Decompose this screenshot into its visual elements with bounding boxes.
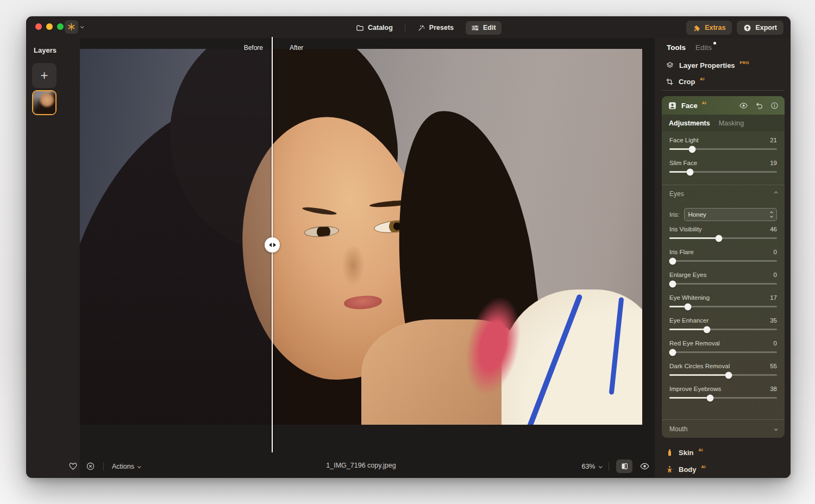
tab-tools[interactable]: Tools xyxy=(667,43,686,52)
handle-left-arrow-icon xyxy=(269,243,272,247)
panel-divider xyxy=(662,90,785,91)
slider-value: 35 xyxy=(770,317,777,324)
body-person-icon xyxy=(666,465,674,474)
mouth-section-header[interactable]: Mouth xyxy=(662,419,785,438)
slider-fill xyxy=(669,237,719,239)
slider-thumb[interactable] xyxy=(707,394,714,401)
tool-body[interactable]: Body AI xyxy=(666,465,706,474)
tool-layer-properties[interactable]: Layer Properties PRO xyxy=(666,61,749,70)
slider-thumb[interactable] xyxy=(669,349,676,356)
slider-row: Iris Visibility 46 xyxy=(669,226,777,249)
preview-eye-icon[interactable] xyxy=(640,461,650,471)
filename-label: 1_IMG_7196 copy.jpeg xyxy=(80,462,642,469)
slider-row: Face Light 21 xyxy=(669,137,777,160)
tool-crop[interactable]: Crop AI xyxy=(666,78,705,86)
crop-label: Crop xyxy=(679,78,695,86)
slider-label: Improve Eyebrows xyxy=(669,386,721,392)
slider-label: Iris Flare xyxy=(669,249,694,255)
tab-catalog[interactable]: Catalog xyxy=(350,21,398,35)
tab-presets[interactable]: Presets xyxy=(412,21,459,35)
slider-track[interactable] xyxy=(669,374,777,376)
slider-thumb[interactable] xyxy=(725,371,732,379)
tab-masking[interactable]: Masking xyxy=(719,119,744,127)
after-label: After xyxy=(290,44,303,52)
slider-track[interactable] xyxy=(669,171,777,173)
app-logo-icon xyxy=(67,22,76,32)
photo-nose-shadow xyxy=(342,244,364,286)
eyes-section-header[interactable]: Eyes xyxy=(662,185,785,202)
slider-track[interactable] xyxy=(669,283,777,285)
fullscreen-window-button[interactable] xyxy=(57,23,64,30)
slider-value: 19 xyxy=(770,160,777,166)
tool-skin[interactable]: Skin AI xyxy=(666,449,703,457)
slider-track[interactable] xyxy=(669,260,777,262)
split-view-icon xyxy=(620,462,629,471)
slider-thumb[interactable] xyxy=(684,303,691,310)
layer-thumbnail[interactable] xyxy=(32,90,57,115)
reset-undo-icon[interactable] xyxy=(755,102,763,110)
slider-thumb[interactable] xyxy=(686,168,693,175)
slider-thumb[interactable] xyxy=(669,280,676,287)
slider-label: Face Light xyxy=(669,137,699,143)
app-menu-button[interactable] xyxy=(65,20,78,34)
export-button[interactable]: Export xyxy=(737,21,783,35)
iris-label: Iris: xyxy=(669,211,680,218)
slider-value: 21 xyxy=(770,137,777,143)
minimize-window-button[interactable] xyxy=(46,23,53,30)
slider-thumb[interactable] xyxy=(704,326,711,333)
add-layer-button[interactable]: + xyxy=(32,63,57,88)
iris-selected-value: Honey xyxy=(688,211,706,218)
zoom-level-dropdown[interactable]: 63% xyxy=(581,463,601,470)
photo-canvas[interactable] xyxy=(80,49,642,425)
slider-value: 0 xyxy=(774,272,777,278)
select-stepper-icon xyxy=(770,212,773,217)
tab-edits[interactable]: Edits xyxy=(695,43,712,52)
favorite-heart-icon[interactable] xyxy=(68,462,78,471)
layers-panel-title: Layers xyxy=(34,46,57,54)
compare-view-button[interactable] xyxy=(616,459,632,473)
app-menu-chevron-icon[interactable] xyxy=(80,24,84,28)
slider-value: 17 xyxy=(770,294,777,301)
visibility-eye-icon[interactable] xyxy=(739,101,748,110)
slider-row: Slim Face 19 xyxy=(669,160,777,182)
slider-row: Red Eye Removal 0 xyxy=(669,340,777,363)
export-label: Export xyxy=(755,24,777,32)
app-window: Catalog Presets Edit xyxy=(26,16,791,478)
tab-separator xyxy=(405,24,405,32)
compare-divider-handle[interactable] xyxy=(265,237,280,253)
slider-thumb[interactable] xyxy=(716,235,723,242)
tab-catalog-label: Catalog xyxy=(368,24,393,32)
close-window-button[interactable] xyxy=(35,23,42,30)
slider-track[interactable] xyxy=(669,306,777,307)
handle-right-arrow-icon xyxy=(273,243,276,247)
collapse-chevron-icon xyxy=(774,192,778,195)
slider-row: Eye Enhancer 35 xyxy=(669,317,777,340)
extras-label: Extras xyxy=(705,24,725,32)
face-panel-header[interactable]: Face AI xyxy=(662,96,785,115)
slider-value: 46 xyxy=(770,226,777,232)
slider-label: Iris Visibility xyxy=(669,226,702,232)
iris-select[interactable]: Honey xyxy=(684,208,777,221)
eyes-sliders-group: Iris Visibility 46 Iris Flare 0 Enlarge … xyxy=(669,226,777,408)
puzzle-icon xyxy=(693,24,701,32)
layer-properties-label: Layer Properties xyxy=(679,61,735,70)
before-side-overlay xyxy=(80,49,273,425)
bottom-right-separator xyxy=(609,462,609,470)
slider-track[interactable] xyxy=(669,397,777,399)
slider-thumb[interactable] xyxy=(688,146,695,153)
tab-adjustments[interactable]: Adjustments xyxy=(669,119,710,127)
tab-edit[interactable]: Edit xyxy=(466,21,501,35)
slider-track[interactable] xyxy=(669,237,777,239)
slider-label: Eye Whitening xyxy=(669,294,710,301)
tab-edit-label: Edit xyxy=(483,24,496,32)
face-tool-panel: Face AI xyxy=(662,96,785,438)
slider-fill xyxy=(669,374,729,376)
slider-track[interactable] xyxy=(669,351,777,353)
extras-button[interactable]: Extras xyxy=(686,21,732,35)
traffic-lights xyxy=(35,23,64,30)
slider-track[interactable] xyxy=(669,148,777,150)
info-icon[interactable] xyxy=(770,102,779,110)
tab-presets-label: Presets xyxy=(429,24,454,32)
slider-thumb[interactable] xyxy=(669,257,676,264)
slider-track[interactable] xyxy=(669,329,777,330)
